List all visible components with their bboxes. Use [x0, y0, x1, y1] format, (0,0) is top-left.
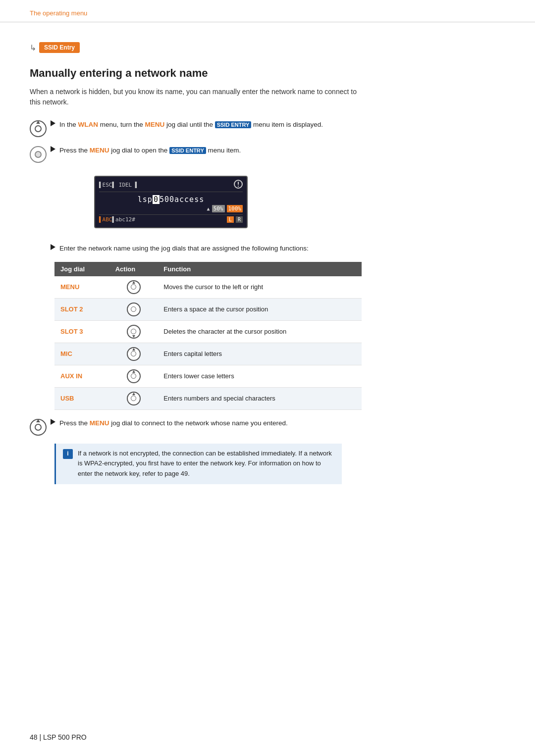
screen-pct-50: 50%	[212, 205, 225, 212]
bullet-triangle-3	[51, 244, 55, 250]
col-jog-dial: Jog dial	[54, 262, 109, 276]
menu-highlight-4: MENU	[90, 419, 109, 427]
svg-rect-2	[238, 186, 239, 187]
menu-highlight-1: MENU	[145, 121, 165, 128]
small-dial-slot2	[127, 302, 141, 316]
dial-function-usb: Enters numbers and special characters	[158, 387, 362, 409]
step-1-bullet	[51, 120, 55, 126]
step-2-bullet	[51, 146, 55, 152]
screen-bottom-row: ▌ABC ▌abc 12# L R	[99, 214, 243, 223]
step-2-row: Press the MENU jog dial to open the SSID…	[30, 145, 505, 163]
bullet-triangle-2	[51, 146, 55, 152]
table-row: AUX IN Enters lower case letters	[54, 365, 362, 387]
intro-text: When a network is hidden, but you know i…	[30, 87, 357, 107]
menu-highlight-2: MENU	[90, 147, 109, 154]
table-row: SLOT 2 Enters a space at the cursor posi…	[54, 298, 362, 320]
dial-inner-1	[35, 125, 42, 132]
dial-action-auxin	[109, 365, 158, 387]
dial-function-menu: Moves the cursor to the left or right	[158, 276, 362, 299]
screen-circle-icon	[229, 180, 243, 190]
device-screen-wrapper: ▌ESC ▌ I DEL ▌ lsp0500access ▲	[69, 171, 505, 233]
screen-i-label: ▌ I	[112, 182, 122, 188]
page-footer: 48 | LSP 500 PRO	[30, 733, 87, 741]
dial-function-slot2: Enters a space at the cursor position	[158, 298, 362, 320]
dial-icon-2	[30, 146, 47, 163]
device-screen-container: ▌ESC ▌ I DEL ▌ lsp0500access ▲	[69, 171, 505, 233]
dial-inner-2	[35, 151, 42, 158]
screen-icon-svg	[234, 180, 243, 189]
step-1-content-wrapper: In the WLAN menu, turn the MENU jog dial…	[51, 119, 505, 130]
ssid-entry-highlight-2: SSID ENTRY	[169, 147, 206, 154]
screen-lr-r: R	[236, 216, 243, 223]
page-header: The operating menu	[0, 0, 535, 22]
dial-name-slot2: SLOT 2	[54, 298, 109, 320]
screen-lr-l: L	[227, 216, 234, 223]
small-dial-inner-slot3	[131, 329, 136, 334]
breadcrumb-link[interactable]: The operating menu	[30, 9, 87, 17]
screen-del-label: DEL ▌	[122, 182, 138, 188]
screen-abc-label: ▌ABC	[99, 216, 112, 223]
step-4-row: Press the MENU jog dial to connect to th…	[30, 418, 505, 436]
nav-arrow-icon: ↳	[30, 43, 36, 52]
step-4-bullet	[51, 419, 55, 425]
step-2-dial	[30, 146, 47, 163]
dial-name-slot3: SLOT 3	[54, 320, 109, 343]
bullet-triangle-1	[51, 120, 55, 126]
screen-12hash-label: 12#	[125, 216, 135, 223]
section-heading: Manually entering a network name	[30, 67, 505, 80]
small-dial-inner-auxin	[131, 373, 136, 379]
step-3-row: Enter the network name using the jog dia…	[30, 243, 505, 254]
table-header-row: Jog dial Action Function	[54, 262, 362, 276]
table-row: USB Enters numbers and special character…	[54, 387, 362, 409]
dial-name-usb: USB	[54, 387, 109, 409]
screen-cursor: 0	[153, 195, 160, 204]
wlan-highlight: WLAN	[78, 121, 99, 128]
step-4-content-wrapper: Press the MENU jog dial to connect to th…	[51, 418, 505, 429]
small-dial-slot3	[127, 325, 141, 339]
screen-esc-label: ▌ESC	[99, 182, 112, 188]
col-function: Function	[158, 262, 362, 276]
page-content: ↳ SSID Entry Manually entering a network…	[0, 22, 535, 516]
jog-dial-table: Jog dial Action Function MENU Moves the …	[54, 262, 362, 410]
info-icon: i	[63, 449, 73, 459]
dial-name-menu: MENU	[54, 276, 109, 299]
small-dial-auxin	[127, 369, 141, 383]
step-2-text: Press the MENU jog dial to open the SSID…	[59, 145, 241, 156]
table-row: SLOT 3 Deletes the character at the curs…	[54, 320, 362, 343]
device-screen: ▌ESC ▌ I DEL ▌ lsp0500access ▲	[94, 176, 248, 228]
table-row: MENU Moves the cursor to the left or rig…	[54, 276, 362, 299]
page-number: 48 | LSP 500 PRO	[30, 733, 87, 741]
step-4-text: Press the MENU jog dial to connect to th…	[59, 418, 288, 429]
screen-pct-100: 100%	[227, 205, 243, 212]
dial-action-slot2	[109, 298, 158, 320]
dial-action-usb	[109, 387, 158, 409]
small-dial-inner-usb	[131, 396, 136, 401]
small-dial-menu	[127, 280, 141, 294]
screen-lr-group: L R	[227, 216, 243, 223]
small-dial-inner-slot2	[131, 306, 136, 312]
info-text: If a network is not encrypted, the conne…	[78, 449, 335, 479]
step-1-text: In the WLAN menu, turn the MENU jog dial…	[59, 119, 323, 130]
step-3-content-wrapper: Enter the network name using the jog dia…	[51, 243, 505, 254]
dial-action-slot3	[109, 320, 158, 343]
table-row: MIC Enters capital letters	[54, 343, 362, 365]
info-box: i If a network is not encrypted, the con…	[54, 444, 342, 484]
small-dial-inner-menu	[131, 284, 136, 290]
dial-name-auxin: AUX IN	[54, 365, 109, 387]
screen-arrow-up: ▲	[207, 206, 210, 211]
dial-icon-1	[30, 120, 47, 137]
svg-rect-1	[238, 182, 239, 185]
step-1-row: In the WLAN menu, turn the MENU jog dial…	[30, 119, 505, 137]
dial-inner-4	[35, 424, 42, 431]
step-1-dial	[30, 120, 47, 137]
step-3-bullet	[51, 244, 55, 250]
screen-pct-row: ▲ 50% 100%	[99, 205, 243, 212]
dial-icon-4	[30, 419, 47, 436]
small-dial-usb	[127, 392, 141, 405]
dial-name-mic: MIC	[54, 343, 109, 365]
small-dial-mic	[127, 347, 141, 361]
section-nav: ↳ SSID Entry	[30, 42, 505, 53]
screen-abc-lower-label: ▌abc	[112, 216, 126, 223]
small-dial-inner-mic	[131, 351, 136, 356]
screen-top-row: ▌ESC ▌ I DEL ▌	[99, 180, 243, 192]
